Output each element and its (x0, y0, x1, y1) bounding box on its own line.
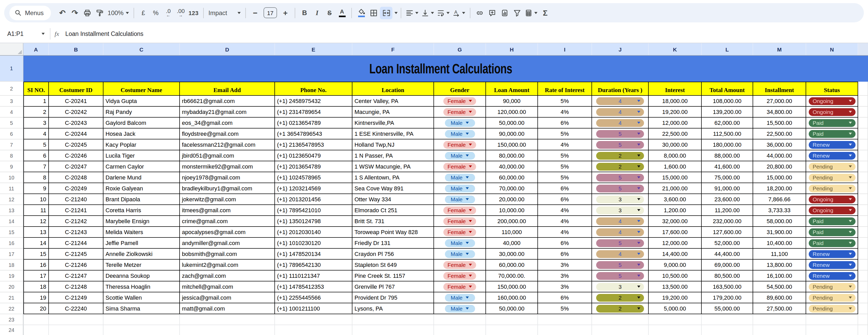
duration-dropdown-chip[interactable]: 5 (596, 173, 644, 181)
gender-dropdown-chip[interactable]: Female (443, 206, 476, 214)
cell-rate-of-interest[interactable]: 5% (538, 150, 592, 161)
cell-interest[interactable]: 12,000.00 (649, 117, 702, 129)
empty-cell[interactable] (806, 314, 858, 325)
column-header[interactable]: C (103, 43, 180, 55)
empty-cell[interactable] (592, 314, 649, 325)
cell-total-amount[interactable]: 62,000.00 (702, 117, 753, 129)
column-header[interactable]: A (23, 43, 49, 55)
cell-interest[interactable]: 12,000.00 (649, 238, 702, 249)
cell-location[interactable]: Lysons, PA (352, 303, 434, 315)
row-header[interactable]: 23 (0, 314, 23, 325)
cell-customer-id[interactable]: C-20244 (49, 129, 103, 139)
cell-customer-name[interactable]: Roxie Galyean (103, 183, 180, 194)
cell-customer-id[interactable]: C-22240 (49, 303, 103, 315)
empty-cell[interactable] (49, 325, 103, 335)
cell-customer-id[interactable]: C-20249 (49, 183, 103, 194)
cell-rate-of-interest[interactable]: 5% (538, 172, 592, 183)
column-title-cell[interactable]: Rate of Interest (538, 82, 592, 96)
cell-interest[interactable]: 1,600.00 (649, 161, 702, 172)
create-filter-button[interactable] (511, 6, 523, 19)
select-all-corner[interactable] (0, 43, 23, 55)
status-dropdown-chip[interactable]: Pending (808, 283, 855, 290)
print-button[interactable] (81, 6, 94, 19)
cell-interest[interactable]: 13,500.00 (649, 281, 702, 292)
cell-email[interactable]: njoey1978@gmail.com (180, 172, 275, 183)
cell-installment[interactable]: 58,000.00 (753, 216, 806, 227)
cell-customer-id[interactable]: C-21240 (49, 194, 103, 205)
cell-phone[interactable]: (+1) 1001211100 (275, 303, 352, 315)
column-title-cell[interactable]: Costumer ID (49, 82, 103, 96)
cell-loan-amount[interactable]: 70,000.00 (486, 183, 538, 194)
cell-loan-amount[interactable]: 60,000.00 (486, 259, 538, 271)
row-header[interactable]: 8 (0, 150, 23, 161)
cell-loan-amount[interactable]: 160,000.00 (486, 292, 538, 303)
cell-email[interactable]: eos_34@gmail.com (180, 117, 275, 129)
cell-loan-amount[interactable]: 200,000.00 (486, 216, 538, 227)
cell-rate-of-interest[interactable]: 6% (538, 183, 592, 194)
text-wrap-button[interactable] (436, 6, 451, 19)
row-header[interactable]: 9 (0, 161, 23, 172)
cell-customer-name[interactable]: Raj Pandy (103, 107, 180, 117)
cell-interest[interactable]: 18,000.00 (649, 96, 702, 107)
row-header[interactable]: 18 (0, 259, 23, 271)
cell-phone[interactable]: (+1) 2255445566 (275, 292, 352, 303)
cell-total-amount[interactable]: 163,500.00 (702, 281, 753, 292)
cell-interest[interactable]: 19,200.00 (649, 107, 702, 117)
increase-decimal-button[interactable]: .00→ (175, 6, 187, 19)
gender-dropdown-chip[interactable]: Male (445, 173, 475, 181)
cell-total-amount[interactable]: 69,000.00 (702, 259, 753, 271)
functions-button[interactable]: Σ (539, 6, 552, 19)
cell-rate-of-interest[interactable]: 4% (538, 139, 592, 150)
cell-loan-amount[interactable]: 40,000 (486, 238, 538, 249)
empty-cell[interactable] (103, 314, 180, 325)
cell-interest[interactable]: 19,200.00 (649, 292, 702, 303)
cell-phone[interactable]: (+1) 2012030140 (275, 227, 352, 238)
status-dropdown-chip[interactable]: Renew (808, 141, 855, 148)
duration-dropdown-chip[interactable]: 5 (596, 261, 644, 269)
duration-dropdown-chip[interactable]: 4 (596, 108, 644, 116)
cell-installment[interactable]: 20,800.00 (753, 161, 806, 172)
duration-dropdown-chip[interactable]: 4 (596, 228, 644, 236)
status-dropdown-chip[interactable]: Pending (808, 163, 855, 170)
cell-location[interactable]: Elmorado Ct 251 (352, 205, 434, 216)
cell-email[interactable]: bobsmith@gmail.com (180, 249, 275, 259)
cell-customer-name[interactable]: Scottie Wallen (103, 292, 180, 303)
cell-rate-of-interest[interactable]: 6% (538, 194, 592, 205)
gender-dropdown-chip[interactable]: Male (445, 130, 475, 138)
status-dropdown-chip[interactable]: Pending (808, 294, 855, 302)
cell-si-no[interactable]: 14 (23, 238, 49, 249)
cell-email[interactable]: monstermike92@gmail.com (180, 161, 275, 172)
cell-interest[interactable]: 15,000.00 (649, 172, 702, 183)
cell-location[interactable]: Kintnersville,PA (352, 117, 434, 129)
empty-cell[interactable] (352, 314, 434, 325)
row-header[interactable]: 24 (0, 325, 23, 335)
status-dropdown-chip[interactable]: Paid (808, 239, 855, 247)
cell-loan-amount[interactable]: 30,000.00 (486, 249, 538, 259)
cell-interest[interactable]: 14,400.00 (649, 249, 702, 259)
cell-phone[interactable]: (+1) 1010230120 (275, 238, 352, 249)
horizontal-align-button[interactable] (404, 6, 420, 19)
cell-location[interactable]: Otter Way 334 (352, 194, 434, 205)
cell-customer-id[interactable]: C-20248 (49, 172, 103, 183)
cell-si-no[interactable]: 8 (23, 172, 49, 183)
cell-phone[interactable]: (+1) 7895421010 (275, 205, 352, 216)
empty-cell[interactable] (753, 314, 806, 325)
cell-rate-of-interest[interactable]: 4% (538, 227, 592, 238)
cell-customer-name[interactable]: Annelle Ziolkowski (103, 249, 180, 259)
cell-email[interactable]: lukemint2@gmail.com (180, 259, 275, 271)
cell-total-amount[interactable]: 88,000.00 (702, 150, 753, 161)
status-dropdown-chip[interactable]: Pending (808, 185, 855, 192)
cell-email[interactable]: jbird051@gmail.com (180, 150, 275, 161)
cell-interest[interactable]: 1,200.00 (649, 205, 702, 216)
row-header[interactable]: 4 (0, 107, 23, 117)
row-header[interactable]: 11 (0, 183, 23, 194)
gender-dropdown-chip[interactable]: Female (443, 261, 476, 269)
cell-installment[interactable]: 36,000.00 (753, 139, 806, 150)
cell-email[interactable]: jessica@gmail.com (180, 292, 275, 303)
column-header[interactable]: D (180, 43, 275, 55)
borders-button[interactable] (368, 6, 380, 19)
cell-rate-of-interest[interactable]: 5% (538, 303, 592, 315)
cell-total-amount[interactable]: 80,500.00 (702, 271, 753, 281)
row-header[interactable]: 12 (0, 194, 23, 205)
gender-dropdown-chip[interactable]: Female (443, 108, 476, 116)
